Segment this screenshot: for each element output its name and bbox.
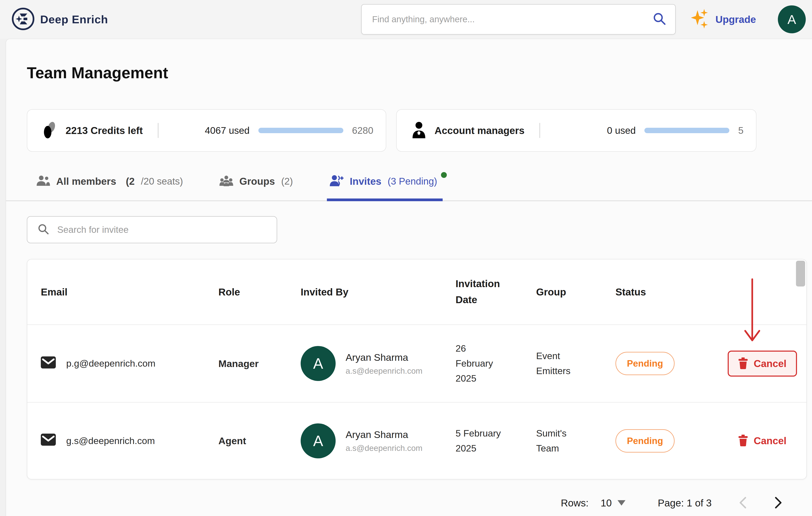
inviter-avatar: A — [301, 423, 336, 458]
divider — [540, 123, 540, 138]
account-managers-card: Account managers 0 used 5 — [396, 109, 756, 152]
mail-icon — [41, 434, 56, 448]
team-tabs: All members (2 /20 seats) Groups (2) — [6, 175, 812, 201]
account-manager-icon — [412, 121, 426, 140]
account-managers-label: Account managers — [435, 125, 524, 136]
person-add-icon — [329, 175, 344, 187]
inviter-name: Aryan Sharma — [346, 352, 423, 363]
table-header-row: Email Role Invited By Invitation Date Gr… — [27, 260, 806, 325]
next-page-button[interactable] — [774, 497, 782, 509]
col-header-email: Email — [41, 286, 219, 298]
credits-progress-bar — [258, 128, 343, 133]
col-header-invitation-date: Invitation Date — [456, 276, 506, 308]
brand-name: Deep Enrich — [40, 13, 108, 26]
tab-groups[interactable]: Groups (2) — [220, 175, 293, 200]
previous-page-button[interactable] — [739, 497, 747, 509]
table-row: g.s@deepenrich.com Agent A Aryan Sharma … — [27, 402, 806, 479]
brand[interactable]: Deep Enrich — [11, 7, 108, 31]
sparkles-icon — [691, 8, 709, 30]
status-badge: Pending — [615, 352, 674, 375]
rows-per-page-select[interactable]: 10 — [601, 497, 626, 509]
invites-table: Email Role Invited By Invitation Date Gr… — [27, 259, 807, 479]
usage-cards: 2213 Credits left 4067 used 6280 Account — [27, 109, 812, 152]
inviter-name: Aryan Sharma — [346, 429, 423, 440]
rows-per-page-label: Rows: — [561, 497, 588, 509]
col-header-role: Role — [219, 286, 301, 298]
page-indicator: Page: 1 of 3 — [658, 497, 712, 509]
chevron-left-icon — [739, 506, 747, 509]
search-icon[interactable] — [652, 12, 667, 27]
tab-all-members[interactable]: All members (2 /20 seats) — [36, 175, 183, 200]
cancel-invite-button[interactable]: Cancel — [728, 428, 797, 454]
invitee-group: Sumit's Team — [536, 426, 589, 456]
global-search-input[interactable] — [372, 14, 652, 24]
deep-enrich-logo-icon — [11, 7, 35, 31]
people-icon — [36, 175, 50, 187]
pending-notification-dot — [441, 172, 447, 178]
credits-total-text: 6280 — [352, 125, 373, 136]
divider — [158, 123, 158, 138]
invitation-date: 5 February 2025 — [456, 426, 504, 456]
inviter-avatar: A — [301, 346, 336, 381]
col-header-group: Group — [536, 286, 615, 298]
user-avatar[interactable]: A — [778, 5, 806, 33]
credits-left-label: 2213 Credits left — [65, 125, 143, 136]
status-badge: Pending — [615, 429, 674, 453]
pagination: Rows: 10 Page: 1 of 3 — [27, 491, 812, 514]
managers-used-text: 0 used — [607, 125, 636, 136]
managers-total-text: 5 — [738, 125, 744, 136]
invitation-date: 26 February 2025 — [456, 341, 504, 386]
global-search[interactable] — [361, 4, 676, 34]
groups-icon — [220, 175, 233, 187]
col-header-status: Status — [615, 286, 715, 298]
table-scrollbar[interactable] — [796, 261, 805, 286]
invitee-role: Agent — [219, 435, 301, 447]
trash-icon — [738, 435, 748, 447]
inviter-email: a.s@deepenrich.com — [346, 444, 423, 453]
upgrade-label: Upgrade — [716, 14, 756, 25]
search-icon — [37, 223, 50, 236]
topbar: Deep Enrich Upgrade A — [0, 0, 812, 39]
upgrade-button[interactable]: Upgrade — [691, 8, 756, 30]
inviter-email: a.s@deepenrich.com — [346, 366, 423, 375]
invitee-email: p.g@deepenrich.com — [66, 358, 155, 369]
page-title: Team Management — [27, 64, 812, 82]
invitee-role: Manager — [219, 358, 301, 369]
chevron-right-icon — [774, 506, 782, 509]
invitee-search[interactable] — [27, 216, 277, 243]
credits-icon — [42, 120, 57, 141]
credits-card: 2213 Credits left 4067 used 6280 — [27, 109, 386, 152]
chevron-down-icon — [617, 500, 626, 506]
content-panel: Team Management 2213 Credits left 4067 u… — [6, 39, 812, 516]
mail-icon — [41, 357, 56, 371]
cancel-invite-button[interactable]: Cancel — [728, 351, 797, 376]
managers-progress-bar — [644, 128, 729, 133]
credits-used-text: 4067 used — [205, 125, 250, 136]
invitee-search-input[interactable] — [57, 224, 270, 235]
trash-icon — [738, 358, 748, 370]
invitee-email: g.s@deepenrich.com — [66, 435, 155, 446]
col-header-invited-by: Invited By — [301, 286, 456, 298]
table-row: p.g@deepenrich.com Manager A Aryan Sharm… — [27, 325, 806, 402]
tab-invites[interactable]: Invites (3 Pending) — [329, 175, 437, 200]
invitee-group: Event Emitters — [536, 348, 589, 378]
